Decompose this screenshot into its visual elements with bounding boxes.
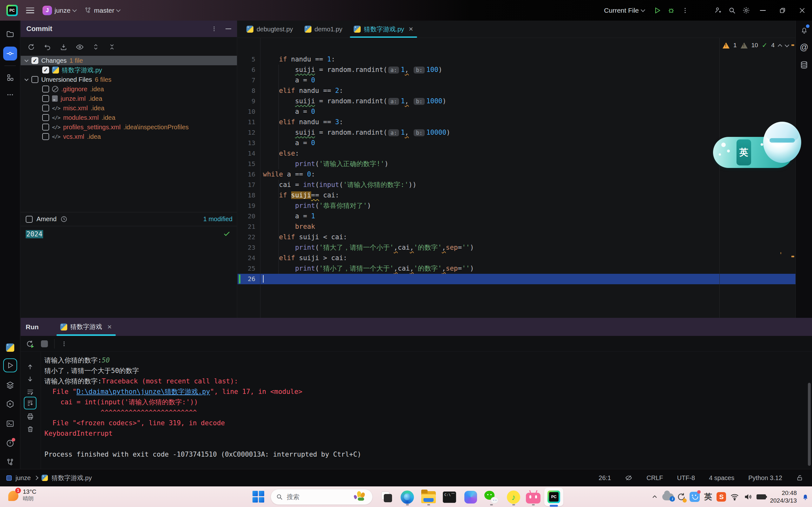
editor-tab-2[interactable]: demo1.py xyxy=(299,20,348,38)
restore-button[interactable] xyxy=(773,0,792,20)
code-line[interactable]: 14 else: xyxy=(238,148,796,159)
line-number[interactable]: 23 xyxy=(238,242,255,253)
line-number[interactable]: 19 xyxy=(238,201,255,211)
code-line[interactable]: 12 suiji = random.randint(a:1, b:10000) xyxy=(238,127,796,138)
branch-widget[interactable]: master xyxy=(84,7,120,14)
line-number[interactable]: 17 xyxy=(238,180,255,190)
line-number[interactable]: 26 xyxy=(238,274,255,284)
include-checkbox[interactable] xyxy=(42,66,49,73)
console-output[interactable]: 请输入你猜的数字:50猜小了，请猜一个大于50的数字请输入你猜的数字:Trace… xyxy=(44,355,806,468)
line-number[interactable]: 20 xyxy=(238,211,255,222)
clear-console-trash-icon[interactable] xyxy=(24,423,37,435)
history-clock-icon[interactable] xyxy=(60,216,67,223)
line-number[interactable]: 22 xyxy=(238,232,255,242)
editor-tab-3[interactable]: 猜数字游戏.py✕ xyxy=(348,20,419,38)
stop-button[interactable] xyxy=(41,340,48,347)
tree-node-unversioned-file[interactable]: junze.iml.idea xyxy=(20,94,237,103)
line-number[interactable]: 16 xyxy=(238,169,255,180)
editor-tab-1[interactable]: debugtest.py xyxy=(241,20,299,38)
close-icon[interactable]: ✕ xyxy=(107,324,112,331)
git-tool-icon[interactable] xyxy=(3,455,17,469)
tree-node-unversioned-file[interactable]: </>profiles_settings.xml.idea\inspection… xyxy=(20,122,237,132)
taskbar-search[interactable]: 搜索 xyxy=(270,489,373,505)
run-config-selector[interactable]: Current File xyxy=(604,7,645,14)
show-diff-eye-icon[interactable] xyxy=(74,42,85,52)
terminal-tool-icon[interactable] xyxy=(3,417,17,431)
line-number[interactable]: 14 xyxy=(238,148,255,159)
code-line[interactable]: 17 cai = int(input('请输入你猜的数字:')) xyxy=(238,180,796,190)
search-everywhere-icon[interactable] xyxy=(725,3,739,17)
code-line[interactable]: 19 print('恭喜你猜对了') xyxy=(238,201,796,211)
task-view-button[interactable] xyxy=(379,490,395,505)
include-checkbox[interactable] xyxy=(42,124,49,130)
file-encoding[interactable]: UTF-8 xyxy=(677,474,695,482)
include-checkbox[interactable] xyxy=(42,86,49,93)
desktop-pet-overlay[interactable]: 英 xyxy=(713,122,801,169)
weather-widget[interactable]: 1 13°C 晴朗 xyxy=(8,488,36,502)
soft-wrap-icon[interactable] xyxy=(24,385,37,398)
include-checkbox[interactable] xyxy=(42,133,49,140)
next-problem-icon[interactable] xyxy=(785,43,789,47)
python-interpreter[interactable]: Python 3.12 xyxy=(748,474,782,482)
line-number[interactable]: 11 xyxy=(238,117,255,127)
code-line[interactable]: 26 xyxy=(238,274,796,284)
modified-count[interactable]: 1 modified xyxy=(203,216,233,223)
tree-node-unversioned-file[interactable]: </>vcs.xml.idea xyxy=(20,132,237,141)
microsoft-365-icon[interactable] xyxy=(463,490,478,505)
main-menu-icon[interactable] xyxy=(26,8,34,13)
line-number[interactable]: 24 xyxy=(238,253,255,263)
commit-tool-icon[interactable] xyxy=(3,47,17,60)
line-number[interactable]: 18 xyxy=(238,190,255,201)
minimize-button[interactable] xyxy=(753,0,773,20)
python-packages-icon[interactable] xyxy=(3,341,17,354)
amend-checkbox[interactable] xyxy=(26,216,33,223)
line-number[interactable]: 10 xyxy=(238,107,255,117)
start-button[interactable] xyxy=(252,491,264,503)
close-button[interactable] xyxy=(792,0,812,20)
volume-icon[interactable] xyxy=(741,487,755,507)
tree-node-changed-file[interactable]: 猜数字游戏.py xyxy=(20,65,237,75)
code-line[interactable]: 24 elif suiji > cai: xyxy=(238,253,796,263)
terminal-app-icon[interactable] xyxy=(442,490,457,505)
close-icon[interactable]: ✕ xyxy=(409,26,413,33)
chevron-expanded-icon[interactable] xyxy=(24,58,29,62)
caret-position[interactable]: 26:1 xyxy=(599,474,611,482)
code-line[interactable]: 6 suiji = random.randint(a:1, b:100) xyxy=(238,65,796,75)
panel-hide-icon[interactable] xyxy=(225,29,231,29)
commit-message-editor[interactable]: 2024 xyxy=(20,227,237,322)
reader-mode-icon[interactable] xyxy=(625,474,632,482)
indent-style[interactable]: 4 spaces xyxy=(709,474,734,482)
unlocked-icon[interactable] xyxy=(796,474,803,481)
scroll-to-end-icon[interactable] xyxy=(24,397,37,409)
onedrive-icon[interactable] xyxy=(661,487,675,507)
inspections-widget[interactable]: 1 10 ✓ 4 xyxy=(722,42,789,49)
wifi-icon[interactable] xyxy=(728,487,741,507)
tray-clock[interactable]: 20:48 2024/3/13 xyxy=(768,489,799,504)
run-tab[interactable]: 猜数字游戏 ✕ xyxy=(56,318,116,336)
tree-node-unversioned-file[interactable]: </>misc.xml.idea xyxy=(20,103,237,113)
bilibili-icon[interactable] xyxy=(525,490,541,505)
code-line[interactable]: 7 a = 0 xyxy=(238,75,796,86)
shelve-icon[interactable] xyxy=(58,42,69,52)
more-actions-icon[interactable] xyxy=(678,3,692,17)
panel-options-icon[interactable] xyxy=(211,26,217,32)
database-tool-icon[interactable] xyxy=(797,58,811,72)
prev-problem-icon[interactable] xyxy=(778,44,782,48)
notification-center-bell-icon[interactable] xyxy=(799,487,812,507)
run-panel-title[interactable]: Run xyxy=(26,323,39,331)
code-line[interactable]: 13 a = 0 xyxy=(238,138,796,148)
line-number[interactable]: 9 xyxy=(238,96,255,107)
rollback-icon[interactable] xyxy=(42,42,53,52)
code-line[interactable]: 25 print('猜小了，请猜一个大于',cai,'的数字',sep='') xyxy=(238,263,796,274)
code-with-me-icon[interactable] xyxy=(711,3,725,17)
error-stripe-mark[interactable] xyxy=(792,256,794,257)
code-line[interactable]: 21 break xyxy=(238,222,796,232)
include-checkbox[interactable] xyxy=(32,76,38,83)
error-stripe-mark[interactable] xyxy=(792,44,794,46)
breadcrumb-module[interactable]: junze xyxy=(15,474,31,482)
services-tool-icon[interactable] xyxy=(3,378,17,392)
console-scrollbar[interactable] xyxy=(808,383,811,466)
line-number[interactable]: 12 xyxy=(238,127,255,138)
expand-all-icon[interactable] xyxy=(90,42,101,52)
line-number[interactable]: 13 xyxy=(238,138,255,148)
